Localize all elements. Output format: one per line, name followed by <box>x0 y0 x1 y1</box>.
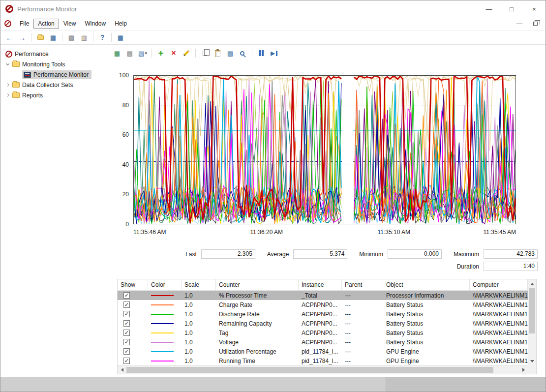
arrow-right-icon <box>522 368 525 372</box>
counter-cell: Charge Rate <box>216 300 299 309</box>
scroll-left-button[interactable] <box>119 366 125 374</box>
scale-cell: 1.0 <box>182 300 216 309</box>
up-one-level-button[interactable] <box>34 32 46 43</box>
help-button[interactable]: ? <box>96 32 108 43</box>
column-header-computer[interactable]: Computer <box>470 279 528 290</box>
performance-icon <box>5 51 12 58</box>
instance-cell: ACPI\PNP0... <box>299 300 342 309</box>
color-swatch <box>151 304 174 305</box>
folder-icon <box>12 61 20 67</box>
scroll-down-button[interactable] <box>528 358 536 364</box>
parent-cell: --- <box>342 291 383 300</box>
object-cell: Processor Information <box>383 291 470 300</box>
change-graph-type-button[interactable]: ▧▾ <box>137 48 149 59</box>
update-data-button[interactable]: ▶ <box>268 48 280 59</box>
highlight-button[interactable] <box>181 48 192 59</box>
tree-item-performance-monitor[interactable]: Performance Monitor <box>0 69 106 80</box>
maximize-button[interactable]: □ <box>500 0 523 17</box>
show-checkbox[interactable]: ✓ <box>123 339 130 345</box>
column-header-scale[interactable]: Scale <box>182 279 216 290</box>
column-header-parent[interactable]: Parent <box>342 279 383 290</box>
minimize-button[interactable]: — <box>478 0 500 17</box>
stat-value-maximum: 42.783 <box>484 249 538 259</box>
show-checkbox[interactable]: ✓ <box>123 292 130 299</box>
column-header-color[interactable]: Color <box>148 279 182 290</box>
counter-row[interactable]: ✓1.0Remaining CapacityACPI\PNP0...---Bat… <box>118 319 528 328</box>
menu-file[interactable]: File <box>15 19 33 29</box>
properties-button[interactable]: ▤ <box>224 48 236 59</box>
chevron-collapsed-icon[interactable] <box>6 93 9 97</box>
view-log-data-button[interactable]: ▤ <box>124 48 136 59</box>
forward-button[interactable]: → <box>16 32 28 43</box>
scale-cell: 1.0 <box>182 319 216 328</box>
show-checkbox[interactable]: ✓ <box>123 302 130 308</box>
show-checkbox[interactable]: ✓ <box>123 320 130 327</box>
delete-counter-button[interactable]: × <box>168 48 180 59</box>
scroll-up-button[interactable] <box>528 280 536 287</box>
add-counter-button[interactable]: + <box>155 48 167 59</box>
instance-cell: ACPI\PNP0... <box>299 309 342 319</box>
chevron-expanded-icon[interactable] <box>6 62 9 65</box>
arrow-up-icon <box>530 283 534 285</box>
show-checkbox[interactable]: ✓ <box>123 348 130 355</box>
object-cell: Battery Status <box>383 309 470 319</box>
counter-row[interactable]: ✓1.0Running Timepid_11784_l...---GPU Eng… <box>118 356 528 365</box>
menu-view[interactable]: View <box>59 19 81 29</box>
scale-cell: 1.0 <box>182 309 216 319</box>
zoom-button[interactable] <box>237 48 249 59</box>
toolbar-separator <box>93 33 93 42</box>
print-button[interactable]: ▥ <box>78 32 90 43</box>
chevron-collapsed-icon[interactable] <box>6 83 9 87</box>
mdi-minimize-button[interactable]: — <box>514 20 525 28</box>
column-header-show[interactable]: Show <box>118 279 148 290</box>
back-button[interactable]: ← <box>3 32 15 43</box>
menu-window[interactable]: Window <box>81 19 111 29</box>
column-header-counter[interactable]: Counter <box>216 279 299 290</box>
counter-row[interactable]: ✓1.0Utilization Percentagepid_11784_l...… <box>118 347 528 356</box>
tree-item-monitoring-tools[interactable]: Monitoring Tools <box>0 59 106 69</box>
counter-row[interactable]: ✓1.0% Processor Time_Total---Processor I… <box>118 291 528 300</box>
show-cell: ✓ <box>118 319 148 328</box>
menu-action[interactable]: Action <box>33 19 59 29</box>
column-header-object[interactable]: Object <box>383 279 470 290</box>
y-axis-label: 40 <box>106 161 129 168</box>
column-header-instance[interactable]: Instance <box>299 279 342 290</box>
counter-row[interactable]: ✓1.0TagACPI\PNP0...---Battery Status\\MA… <box>118 328 528 337</box>
show-checkbox[interactable]: ✓ <box>123 311 130 317</box>
tree-item-data-collector-sets[interactable]: Data Collector Sets <box>0 80 106 90</box>
paste-counter-list-button[interactable] <box>212 48 223 59</box>
object-cell: Battery Status <box>383 337 470 347</box>
counter-row[interactable]: ✓1.0Discharge RateACPI\PNP0...---Battery… <box>118 309 528 319</box>
scale-cell: 1.0 <box>182 337 216 347</box>
scroll-right-button[interactable] <box>520 366 527 374</box>
show-checkbox[interactable]: ✓ <box>123 358 130 364</box>
close-button[interactable]: × <box>523 0 546 17</box>
parent-cell: --- <box>342 328 383 337</box>
show-hide-console-tree-button[interactable]: ▦ <box>47 32 59 43</box>
vertical-scroll-thumb[interactable] <box>529 288 535 333</box>
horizontal-scroll-thumb[interactable] <box>126 367 493 373</box>
menu-help[interactable]: Help <box>110 19 131 29</box>
export-list-button[interactable]: ▤ <box>65 32 77 43</box>
console-tree-icon: ▦ <box>50 34 56 41</box>
show-checkbox[interactable]: ✓ <box>123 330 130 336</box>
freeze-display-button[interactable] <box>255 48 267 59</box>
folder-up-icon <box>37 35 44 40</box>
horizontal-scrollbar[interactable] <box>118 365 528 374</box>
view-current-activity-button[interactable]: ▦ <box>111 48 123 59</box>
counter-row[interactable]: ✓1.0Charge RateACPI\PNP0...---Battery St… <box>118 300 528 309</box>
stat-value-minimum: 0.000 <box>388 249 442 259</box>
mdi-restore-button[interactable] <box>530 20 541 28</box>
color-cell <box>148 291 182 300</box>
counter-row[interactable]: ✓1.0VoltageACPI\PNP0...---Battery Status… <box>118 337 528 347</box>
vertical-scrollbar[interactable] <box>528 279 536 365</box>
computer-cell: \\MARKWKAELINM1 <box>470 347 528 356</box>
scrollbar-corner <box>528 365 536 374</box>
view-current-activity-icon: ▦ <box>114 50 120 57</box>
tree-item-reports[interactable]: Reports <box>0 90 106 100</box>
parent-cell: --- <box>342 300 383 309</box>
tree-item-performance[interactable]: Performance <box>0 49 106 59</box>
copy-properties-button[interactable] <box>199 48 211 59</box>
graph-plot[interactable] <box>133 75 516 224</box>
new-window-button[interactable]: ▦ <box>115 32 126 43</box>
